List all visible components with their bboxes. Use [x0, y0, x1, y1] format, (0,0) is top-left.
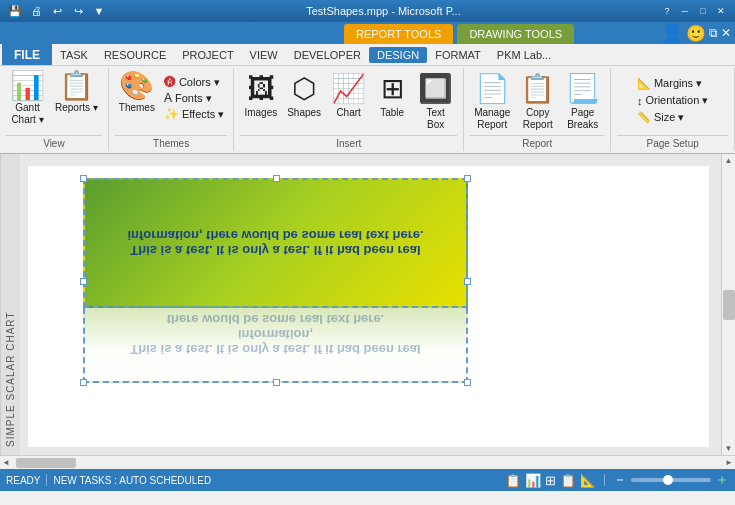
- page-breaks-button[interactable]: 📃 PageBreaks: [561, 70, 604, 133]
- close-button[interactable]: ✕: [713, 4, 729, 18]
- zoom-track[interactable]: [631, 478, 711, 482]
- design-menu[interactable]: DESIGN: [369, 47, 427, 63]
- page-setup-content: 📐 Margins ▾ ↕ Orientation ▾ 📏 Size ▾: [634, 76, 711, 133]
- insert-group-content: 🖼 Images ⬡ Shapes 📈 Chart ⊞ Table 🔲 Text…: [240, 70, 457, 133]
- report-group-content: 📄 ManageReport 📋 CopyReport 📃 PageBreaks: [470, 70, 604, 133]
- format-menu[interactable]: FORMAT: [427, 47, 489, 63]
- manage-report-button[interactable]: 📄 ManageReport: [470, 70, 514, 133]
- size-icon: 📏: [637, 111, 651, 124]
- page-breaks-label: PageBreaks: [567, 107, 598, 131]
- reports-label: Reports ▾: [55, 102, 98, 114]
- zoom-minus-btn[interactable]: －: [613, 471, 627, 489]
- margins-button[interactable]: 📐 Margins ▾: [634, 76, 705, 91]
- orientation-button[interactable]: ↕ Orientation ▾: [634, 93, 711, 108]
- scroll-thumb-h[interactable]: [16, 458, 76, 468]
- undo-button[interactable]: ↩: [48, 3, 66, 19]
- scroll-thumb-v[interactable]: [723, 290, 735, 320]
- context-tabs: REPORT TOOLS DRAWING TOOLS: [4, 24, 661, 44]
- status-icon-2[interactable]: 📊: [525, 473, 541, 488]
- handle-mr[interactable]: [464, 278, 471, 285]
- manage-report-label: ManageReport: [474, 107, 510, 131]
- minimize-button[interactable]: ─: [677, 4, 693, 18]
- scroll-right-arrow[interactable]: ►: [723, 456, 735, 469]
- handle-tl[interactable]: [80, 175, 87, 182]
- vertical-scrollbar[interactable]: ▲ ▼: [721, 154, 735, 455]
- margins-label: Margins ▾: [654, 77, 702, 90]
- status-icon-3[interactable]: ⊞: [545, 473, 556, 488]
- tasks-status: NEW TASKS : AUTO SCHEDULED: [53, 475, 211, 486]
- help-button[interactable]: ?: [659, 4, 675, 18]
- view-group-label: View: [6, 135, 102, 149]
- chart-icon: 📈: [331, 72, 366, 105]
- status-bar: READY NEW TASKS : AUTO SCHEDULED 📋 📊 ⊞ 📋…: [0, 469, 735, 491]
- project-menu[interactable]: PROJECT: [174, 47, 241, 63]
- handle-bm[interactable]: [273, 379, 280, 386]
- file-menu[interactable]: FILE: [2, 44, 52, 65]
- colors-button[interactable]: 🅐 Colors ▾: [161, 74, 223, 90]
- size-button[interactable]: 📏 Size ▾: [634, 110, 687, 125]
- reports-button[interactable]: 📋 Reports ▾: [51, 70, 102, 116]
- fonts-button[interactable]: A Fonts ▾: [161, 90, 215, 106]
- gantt-chart-button[interactable]: 📊 GanttChart ▾: [6, 70, 49, 128]
- context-tabs-bar: REPORT TOOLS DRAWING TOOLS 👤 🙂 ⧉ ✕: [0, 22, 735, 44]
- maximize-button[interactable]: □: [695, 4, 711, 18]
- view-menu[interactable]: VIEW: [242, 47, 286, 63]
- scroll-left-arrow[interactable]: ◄: [0, 456, 12, 469]
- zoom-handle[interactable]: [663, 475, 673, 485]
- status-divider: [46, 474, 47, 486]
- resource-menu[interactable]: RESOURCE: [96, 47, 174, 63]
- text-box-reflection: This is a test. It is only a test. If it…: [83, 308, 468, 383]
- report-tools-tab[interactable]: REPORT TOOLS: [344, 24, 453, 44]
- pkm-menu[interactable]: PKM Lab...: [489, 47, 559, 63]
- drawing-tools-tab[interactable]: DRAWING TOOLS: [457, 24, 574, 44]
- text-box-label: TextBox: [426, 107, 444, 131]
- user-icon[interactable]: 👤: [661, 22, 683, 44]
- redo-button[interactable]: ↪: [69, 3, 87, 19]
- handle-tm[interactable]: [273, 175, 280, 182]
- status-icon-4[interactable]: 📋: [560, 473, 576, 488]
- scroll-up-arrow[interactable]: ▲: [723, 154, 735, 167]
- text-box-container[interactable]: This is a test. It is only a test. If it…: [83, 178, 468, 383]
- shapes-button[interactable]: ⬡ Shapes: [283, 70, 325, 121]
- table-button[interactable]: ⊞ Table: [372, 70, 412, 121]
- insert-group: 🖼 Images ⬡ Shapes 📈 Chart ⊞ Table 🔲 Text…: [234, 68, 464, 151]
- handle-bl[interactable]: [80, 379, 87, 386]
- handle-br[interactable]: [464, 379, 471, 386]
- status-left: READY NEW TASKS : AUTO SCHEDULED: [6, 474, 211, 486]
- chart-label: Chart: [336, 107, 360, 119]
- copy-report-label: CopyReport: [523, 107, 553, 131]
- scroll-down-arrow[interactable]: ▼: [723, 442, 735, 455]
- close-ribbon-btn[interactable]: ✕: [721, 26, 731, 40]
- text-box-button[interactable]: 🔲 TextBox: [414, 70, 457, 133]
- insert-group-label: Insert: [240, 135, 457, 149]
- effects-button[interactable]: ✨ Effects ▾: [161, 106, 227, 122]
- dropdown-button[interactable]: ▼: [90, 3, 108, 19]
- handle-tr[interactable]: [464, 175, 471, 182]
- developer-menu[interactable]: DEVELOPER: [286, 47, 369, 63]
- status-icon-5[interactable]: 📐: [580, 473, 596, 488]
- zoom-plus-btn[interactable]: ＋: [715, 471, 729, 489]
- copy-report-button[interactable]: 📋 CopyReport: [516, 70, 559, 133]
- size-label: Size ▾: [654, 111, 684, 124]
- handle-ml[interactable]: [80, 278, 87, 285]
- images-button[interactable]: 🖼 Images: [240, 70, 281, 121]
- report-group-label: Report: [470, 135, 604, 149]
- print-button[interactable]: 🖨: [27, 3, 45, 19]
- task-menu[interactable]: TASK: [52, 47, 96, 63]
- ribbon: 📊 GanttChart ▾ 📋 Reports ▾ View 🎨 Themes…: [0, 66, 735, 154]
- themes-small-group: 🅐 Colors ▾ A Fonts ▾ ✨ Effects ▾: [161, 74, 227, 122]
- restore-btn[interactable]: ⧉: [709, 26, 718, 40]
- status-icon-1[interactable]: 📋: [505, 473, 521, 488]
- save-button[interactable]: 💾: [6, 3, 24, 19]
- themes-button[interactable]: 🎨 Themes: [115, 70, 159, 116]
- chart-button[interactable]: 📈 Chart: [327, 70, 370, 121]
- themes-group-content: 🎨 Themes 🅐 Colors ▾ A Fonts ▾ ✨ Effects …: [115, 70, 228, 133]
- effects-icon: ✨: [164, 107, 179, 121]
- effects-label: Effects ▾: [182, 108, 224, 121]
- horizontal-scrollbar[interactable]: ◄ ►: [0, 455, 735, 469]
- gantt-chart-icon: 📊: [10, 72, 45, 100]
- smiley-icon[interactable]: 🙂: [686, 24, 706, 43]
- view-group: 📊 GanttChart ▾ 📋 Reports ▾ View: [0, 68, 109, 151]
- manage-report-icon: 📄: [475, 72, 510, 105]
- text-box-main[interactable]: This is a test. It is only a test. If it…: [83, 178, 468, 308]
